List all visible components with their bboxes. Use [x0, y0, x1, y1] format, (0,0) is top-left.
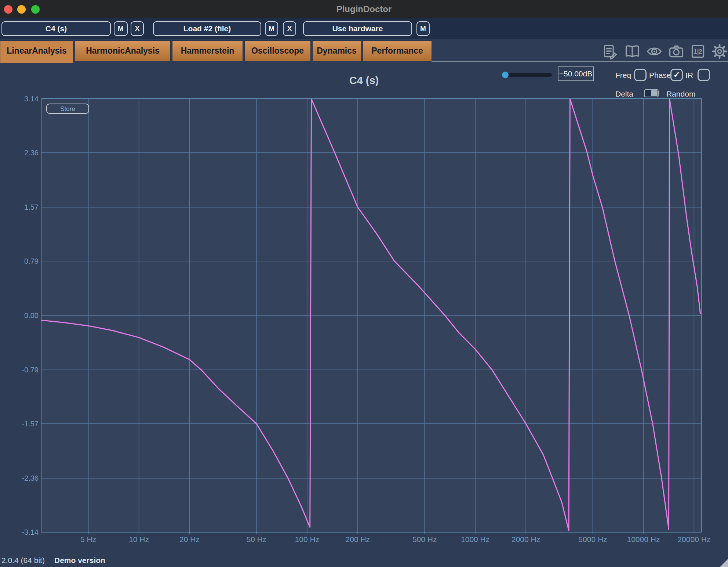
svg-text:-1.57: -1.57: [22, 420, 39, 428]
svg-text:5000 Hz: 5000 Hz: [578, 535, 607, 543]
svg-text:-0.79: -0.79: [22, 366, 39, 374]
svg-text:1000 Hz: 1000 Hz: [461, 535, 489, 543]
svg-text:3.14: 3.14: [24, 95, 39, 103]
svg-text:1.57: 1.57: [24, 203, 39, 211]
svg-text:2.36: 2.36: [24, 149, 39, 157]
svg-text:0.00: 0.00: [24, 311, 39, 319]
svg-text:-3.14: -3.14: [22, 528, 39, 536]
plugindoctor-window: PluginDoctor C4 (s) M X Load #2 (file) M…: [0, 0, 728, 567]
demo-version-text: Demo version: [54, 556, 105, 565]
svg-text:200 Hz: 200 Hz: [346, 535, 370, 543]
svg-text:50 Hz: 50 Hz: [246, 535, 266, 543]
phase-plot: 5 Hz10 Hz20 Hz50 Hz100 Hz200 Hz500 Hz100…: [0, 0, 728, 567]
svg-text:0.79: 0.79: [24, 257, 39, 265]
store-button[interactable]: Store: [46, 104, 89, 114]
svg-text:-2.36: -2.36: [22, 474, 39, 482]
svg-text:10 Hz: 10 Hz: [129, 535, 149, 543]
svg-text:500 Hz: 500 Hz: [412, 535, 437, 543]
resize-grip[interactable]: [720, 559, 728, 567]
svg-text:20 Hz: 20 Hz: [179, 535, 200, 543]
svg-text:10000 Hz: 10000 Hz: [627, 535, 660, 543]
svg-text:20000 Hz: 20000 Hz: [677, 535, 710, 543]
svg-text:100 Hz: 100 Hz: [295, 535, 320, 543]
svg-text:2000 Hz: 2000 Hz: [512, 535, 540, 543]
version-text: 2.0.4 (64 bit): [1, 556, 45, 565]
svg-text:5 Hz: 5 Hz: [80, 535, 96, 543]
